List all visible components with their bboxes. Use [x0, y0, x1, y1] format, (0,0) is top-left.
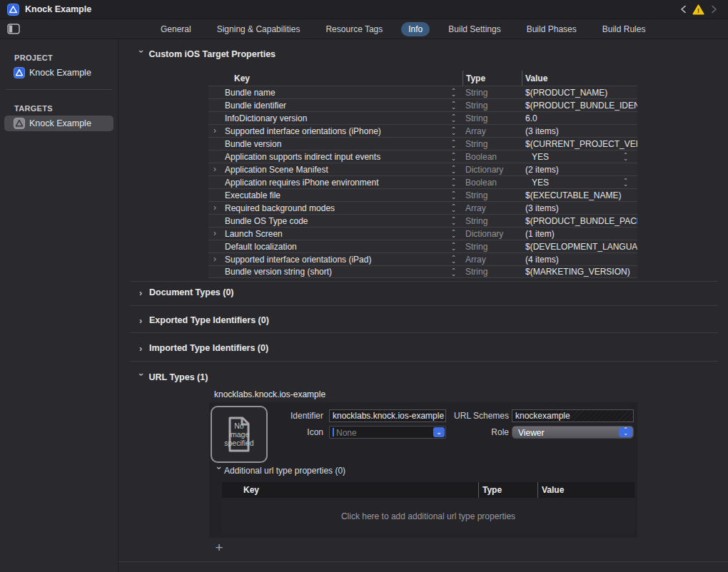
stepper-icon[interactable]: ⌃⌄ — [451, 243, 456, 250]
stepper-icon[interactable]: ⌃⌄ — [451, 192, 456, 199]
stepper-icon[interactable]: ⌃⌄ — [451, 230, 456, 238]
plist-type: Dictionary — [462, 228, 522, 240]
stepper-icon[interactable]: ⌃⌄ — [451, 141, 456, 148]
additional-table-empty-state[interactable]: Click here to add additional url type pr… — [222, 498, 635, 534]
plist-value[interactable]: (3 items) — [522, 125, 637, 137]
role-label: Role — [395, 426, 509, 439]
stepper-icon[interactable]: ⌃⌄ — [451, 89, 456, 96]
plist-row[interactable]: Executable file⌃⌄String$(EXECUTABLE_NAME… — [208, 188, 637, 201]
xcode-window: Knock Example ! GeneralSigning & Capabil… — [0, 0, 728, 572]
editor-tab-bar: GeneralSigning & CapabilitiesResource Ta… — [0, 19, 728, 39]
tab-build-rules[interactable]: Build Rules — [595, 22, 653, 36]
tab-signing-capabilities[interactable]: Signing & Capabilities — [210, 22, 308, 36]
tab-build-settings[interactable]: Build Settings — [441, 22, 507, 36]
warning-icon[interactable]: ! — [692, 4, 704, 15]
section-document-types-0[interactable]: ›Document Types (0) — [139, 287, 234, 297]
plist-value-text: YES — [532, 178, 549, 188]
tab-info[interactable]: Info — [401, 22, 430, 36]
stepper-icon[interactable]: ⌃⌄ — [451, 256, 456, 263]
section-custom-ios-target-properties[interactable]: › Custom iOS Target Properties — [136, 48, 275, 59]
stepper-icon[interactable]: ⌃⌄ — [451, 166, 456, 173]
additional-properties-table: Key Type Value Click here to add additio… — [222, 482, 635, 534]
additional-properties-disclosure[interactable]: › Additional url type properties (0) — [214, 465, 345, 476]
plist-key: Supported interface orientations (iPad) — [225, 255, 371, 265]
plist-type: String — [462, 112, 522, 124]
plist-row[interactable]: Application supports indirect input even… — [208, 150, 637, 163]
disclosure-icon[interactable]: › — [213, 254, 216, 264]
section-divider — [131, 361, 718, 362]
plist-value[interactable]: YES⌃⌄ — [522, 150, 637, 163]
section-exported-type-identifiers-0[interactable]: ›Exported Type Identifiers (0) — [139, 315, 269, 325]
plist-value[interactable]: $(PRODUCT_NAME) — [522, 86, 637, 98]
disclosure-icon[interactable]: › — [213, 126, 216, 136]
disclosure-icon[interactable]: › — [213, 228, 216, 238]
additional-properties-title: Additional url type properties (0) — [224, 466, 345, 476]
add-url-type-button[interactable]: + — [212, 541, 226, 555]
plist-row[interactable]: InfoDictionary version⌃⌄String6.0 — [208, 111, 637, 124]
sidebar-item-project[interactable]: Knock Example — [4, 65, 113, 81]
tab-general[interactable]: General — [153, 22, 198, 36]
plist-row[interactable]: ›Supported interface orientations (iPad)… — [208, 252, 637, 265]
plist-row[interactable]: Bundle version⌃⌄String$(CURRENT_PROJECT_… — [208, 137, 637, 150]
plist-value[interactable]: (4 items) — [522, 253, 637, 265]
plist-value[interactable]: $(CURRENT_PROJECT_VERS — [522, 138, 637, 150]
stepper-icon[interactable]: ⌃⌄ — [451, 205, 456, 212]
plist-key: Bundle name — [225, 88, 275, 98]
stepper-icon[interactable]: ⌃⌄ — [623, 153, 628, 160]
plist-row[interactable]: ›Application Scene Manifest⌃⌄Dictionary(… — [208, 163, 637, 175]
previous-issue-button[interactable] — [678, 4, 688, 14]
plist-value-text: $(CURRENT_PROJECT_VERS — [525, 139, 637, 149]
identifier-label: Identifier — [209, 409, 323, 422]
plist-row[interactable]: ›Supported interface orientations (iPhon… — [208, 124, 637, 137]
stepper-icon[interactable]: ⌃⌄ — [451, 153, 456, 160]
sidebar-item-target[interactable]: Knock Example — [4, 116, 113, 131]
plist-value[interactable]: $(PRODUCT_BUNDLE_PACKA — [522, 215, 637, 227]
plist-row[interactable]: Default localization⌃⌄String$(DEVELOPMEN… — [208, 240, 637, 252]
plist-type: Array — [462, 125, 522, 137]
plist-value[interactable]: YES⌃⌄ — [522, 176, 637, 188]
plist-row[interactable]: ›Required background modes⌃⌄Array(3 item… — [208, 201, 637, 214]
section-imported-type-identifiers-0[interactable]: ›Imported Type Identifiers (0) — [139, 343, 268, 353]
plist-row[interactable]: Application requires iPhone environment⌃… — [208, 175, 637, 188]
plist-value[interactable]: (2 items) — [522, 163, 637, 175]
chevron-right-icon[interactable]: › — [139, 287, 149, 298]
stepper-icon[interactable]: ⌃⌄ — [451, 269, 456, 276]
chevron-down-icon[interactable]: › — [136, 50, 147, 60]
stepper-icon[interactable]: ⌃⌄ — [451, 115, 456, 122]
plist-value[interactable]: $(EXECUTABLE_NAME) — [522, 189, 637, 201]
sidebar-toggle-icon[interactable] — [7, 24, 21, 35]
next-issue-button[interactable] — [709, 4, 719, 14]
plist-value[interactable]: (1 item) — [522, 228, 637, 240]
plist-value-text: (3 items) — [525, 203, 559, 213]
disclosure-icon[interactable]: › — [213, 164, 216, 174]
plist-row[interactable]: Bundle name⌃⌄String$(PRODUCT_NAME) — [208, 86, 637, 98]
section-url-types[interactable]: › URL Types (1) — [136, 372, 208, 382]
plist-type: String — [462, 138, 522, 150]
stepper-icon[interactable]: ⌃⌄ — [451, 179, 456, 186]
chevron-down-icon[interactable]: › — [136, 373, 147, 383]
plist-row[interactable]: Bundle OS Type code⌃⌄String$(PRODUCT_BUN… — [208, 214, 637, 227]
plist-row[interactable]: Bundle version string (short)⌃⌄String$(M… — [208, 265, 637, 278]
tab-resource-tags[interactable]: Resource Tags — [318, 22, 390, 36]
stepper-icon[interactable]: ⌃⌄ — [451, 128, 456, 135]
chevron-down-icon[interactable]: › — [214, 466, 225, 476]
chevron-right-icon[interactable]: › — [139, 315, 149, 326]
plist-value[interactable]: (3 items) — [522, 202, 637, 214]
text-cursor — [333, 428, 334, 436]
disclosure-icon[interactable]: › — [213, 203, 216, 213]
plist-row[interactable]: ›Launch Screen⌃⌄Dictionary(1 item) — [208, 227, 637, 240]
plist-value[interactable]: 6.0 — [522, 112, 637, 124]
plist-value[interactable]: $(MARKETING_VERSION) — [522, 266, 637, 277]
plist-value[interactable]: $(PRODUCT_BUNDLE_IDENT — [522, 99, 637, 111]
column-header-type: Type — [462, 71, 522, 86]
target-item-label: Knock Example — [29, 118, 91, 128]
chevron-right-icon[interactable]: › — [139, 343, 149, 354]
stepper-icon[interactable]: ⌃⌄ — [623, 179, 628, 186]
stepper-icon[interactable]: ⌃⌄ — [451, 218, 456, 225]
plist-row[interactable]: Bundle identifier⌃⌄String$(PRODUCT_BUNDL… — [208, 98, 637, 111]
tab-build-phases[interactable]: Build Phases — [520, 22, 584, 36]
plist-value[interactable]: $(DEVELOPMENT_LANGUAGI — [522, 240, 637, 252]
stepper-icon[interactable]: ⌃⌄ — [451, 102, 456, 109]
role-popup-button[interactable]: Viewer ⌃⌄ — [512, 426, 634, 439]
url-schemes-field[interactable]: knockexample — [512, 409, 634, 422]
